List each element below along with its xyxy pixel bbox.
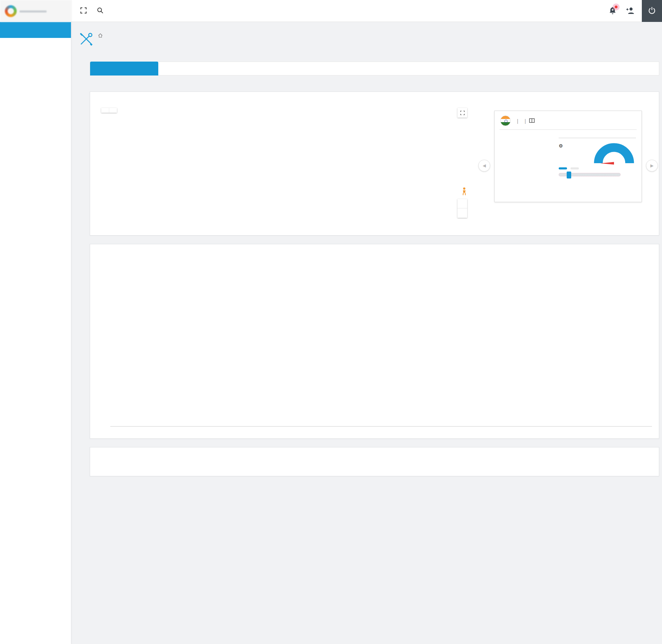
breadcrumb (98, 33, 110, 39)
country-info-card: | | (494, 111, 642, 202)
capacity-icon (529, 118, 535, 124)
map-zoom-controls (457, 199, 467, 218)
range-slider[interactable] (559, 173, 621, 176)
map-attribution (462, 225, 471, 227)
topbar (71, 0, 662, 22)
google-map[interactable] (98, 104, 471, 227)
bar-chart-panel (90, 244, 659, 439)
carousel-prev-button[interactable]: ◀ (478, 160, 490, 172)
live-feed-bar (90, 62, 659, 75)
page-header (78, 31, 659, 48)
fullscreen-icon[interactable] (80, 7, 88, 15)
add-user-icon[interactable] (626, 7, 635, 15)
sidebar (0, 0, 71, 644)
range-pill[interactable] (559, 167, 567, 169)
range-alt-pill[interactable] (571, 167, 579, 169)
pegman-icon[interactable] (462, 187, 466, 197)
carousel-next-button[interactable]: ▶ (646, 160, 658, 172)
sidebar-section-title (0, 22, 71, 38)
logo-tagline (19, 10, 47, 13)
projects-map-panel: ◀ | | (90, 92, 659, 236)
map-fullscreen-icon[interactable] (457, 108, 467, 118)
map-type-controls (101, 108, 117, 113)
map-button[interactable] (101, 108, 109, 113)
app-logo[interactable] (0, 0, 71, 22)
search-icon[interactable] (97, 7, 104, 15)
notification-badge (613, 3, 620, 10)
bar-chart-plot (110, 263, 652, 427)
map-panel-body: ◀ | | (90, 102, 659, 235)
solar-gauge (592, 142, 636, 165)
home-icon (98, 33, 103, 39)
notifications-bell-icon[interactable] (608, 6, 617, 15)
solar-irradiation-panel (90, 447, 659, 476)
gear-icon: ⚙ (559, 143, 563, 149)
energy-mix-donut-chart (511, 135, 546, 170)
slider-handle[interactable] (567, 172, 571, 178)
zoom-in-button[interactable] (457, 199, 467, 208)
power-button[interactable] (642, 0, 662, 22)
live-feed-tab[interactable] (90, 62, 158, 75)
india-flag-icon (500, 116, 511, 126)
zoom-out-button[interactable] (457, 208, 467, 218)
tools-icon (78, 31, 94, 48)
main-content: ◀ | | (71, 22, 662, 644)
satellite-button[interactable] (109, 108, 117, 113)
asset-availability (559, 134, 636, 135)
logo-icon (5, 5, 17, 17)
